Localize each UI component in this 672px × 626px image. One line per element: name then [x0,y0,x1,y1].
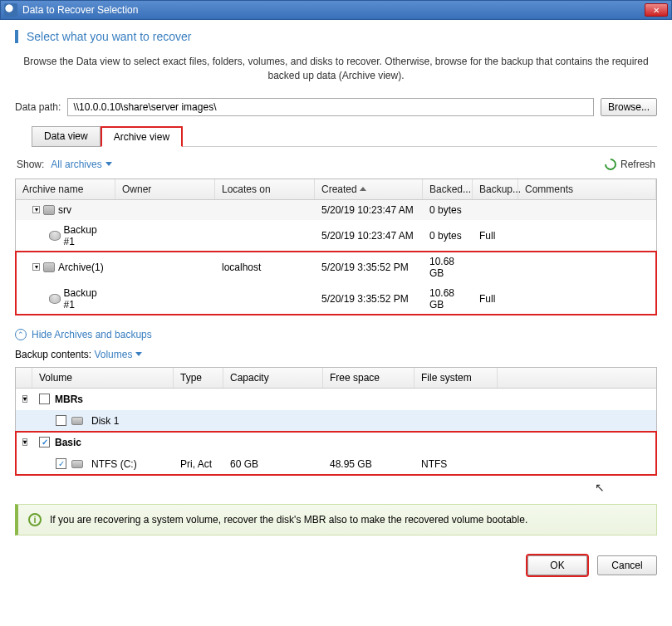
volume-row[interactable]: ✓NTFS (C:)Pri, Act60 GB48.95 GBNTFS [16,453,656,475]
close-button[interactable]: ✕ [645,3,668,17]
archive-icon [43,262,55,272]
disk-icon [71,417,83,425]
group-name: Basic [55,437,81,448]
browse-button[interactable]: Browse... [601,98,657,116]
sort-asc-icon [360,187,366,191]
disk-icon [71,460,83,468]
tree-toggle-icon[interactable]: ▾ [22,438,27,446]
volume-row[interactable]: Disk 1 [16,410,656,432]
description-text: Browse the Data view to select exact fil… [15,55,657,83]
archive-row[interactable]: ▾Archive(1)localhost5/20/19 3:35:52 PM10… [16,252,656,283]
volume-grid-header: Volume Type Capacity Free space File sys… [16,368,656,389]
show-filter-dropdown[interactable]: All archives [51,159,111,170]
archive-row[interactable]: ▾srv5/20/19 10:23:47 AM0 bytes [16,200,656,220]
col-created[interactable]: Created [315,179,423,199]
archive-grid-header: Archive name Owner Locates on Created Ba… [16,179,656,200]
volume-group-row[interactable]: ▾✓Basic [16,432,656,453]
cursor-icon: ↖ [595,481,605,494]
backup-row[interactable]: Backup #15/20/19 10:23:47 AM0 bytesFull [16,220,656,252]
col-file-system[interactable]: File system [414,368,498,388]
archive-name: srv [58,204,71,216]
col-archive-name[interactable]: Archive name [16,179,115,199]
col-backed[interactable]: Backed... [423,179,473,199]
refresh-icon [602,156,619,173]
instruction-title: Select what you want to recover [15,30,657,43]
backup-contents-label: Backup contents: [15,349,91,360]
cancel-button[interactable]: Cancel [597,555,657,575]
backup-icon [49,294,61,304]
ok-button[interactable]: OK [527,555,587,575]
tree-toggle-icon[interactable]: ▾ [22,395,27,403]
tree-toggle-icon[interactable]: ▾ [32,263,40,271]
volume-grid: Volume Type Capacity Free space File sys… [15,367,657,476]
backup-row[interactable]: Backup #15/20/19 3:35:52 PM10.68 GBFull [16,283,656,315]
archive-icon [43,205,55,215]
titlebar: Data to Recover Selection ✕ [0,0,672,20]
info-icon: i [28,513,42,526]
archive-name: Archive(1) [58,262,104,273]
backup-icon [49,231,61,241]
volume-checkbox[interactable] [56,415,66,426]
volume-name: Disk 1 [91,415,119,427]
datapath-input[interactable] [67,98,594,116]
col-type[interactable]: Type [174,368,223,388]
col-volume[interactable]: Volume [32,368,174,388]
datapath-label: Data path: [15,101,61,113]
info-bar: i If you are recovering a system volume,… [15,504,657,536]
app-icon [4,3,17,17]
window-title: Data to Recover Selection [22,4,645,16]
refresh-button[interactable]: Refresh [605,159,655,170]
col-comments[interactable]: Comments [518,179,656,199]
group-checkbox[interactable]: ✓ [39,437,50,447]
col-backup-type[interactable]: Backup... [473,179,518,199]
collapse-icon: ⌃ [15,329,27,340]
tab-data-view[interactable]: Data view [32,126,101,147]
col-owner[interactable]: Owner [115,179,215,199]
backup-contents-dropdown[interactable]: Volumes [94,349,142,360]
col-checkbox [16,368,32,388]
archive-grid: Archive name Owner Locates on Created Ba… [15,179,657,315]
backup-name: Backup #1 [64,287,109,311]
tree-toggle-icon[interactable]: ▾ [32,206,40,213]
group-checkbox[interactable] [39,394,50,404]
tab-archive-view[interactable]: Archive view [101,126,183,147]
volume-checkbox[interactable]: ✓ [56,458,66,469]
volume-group-row[interactable]: ▾MBRs [16,389,656,410]
hide-archives-link[interactable]: ⌃ Hide Archives and backups [15,329,152,340]
show-label: Show: [17,159,44,170]
col-capacity[interactable]: Capacity [223,368,323,388]
col-free-space[interactable]: Free space [323,368,414,388]
info-text: If you are recovering a system volume, r… [50,514,527,526]
backup-name: Backup #1 [64,224,109,247]
col-locates[interactable]: Locates on [215,179,315,199]
group-name: MBRs [55,394,83,405]
volume-name: NTFS (C:) [91,458,137,470]
